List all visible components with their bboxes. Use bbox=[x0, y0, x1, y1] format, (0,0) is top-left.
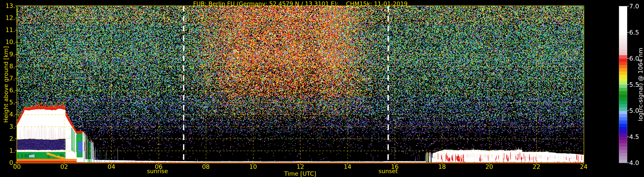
x-axis-title: Time [UTC] bbox=[284, 170, 316, 177]
x-tick-label: 10 bbox=[243, 164, 263, 170]
colorbar-tick-mark bbox=[627, 32, 629, 33]
colorbar-canvas bbox=[619, 6, 627, 163]
x-tick-mark bbox=[442, 163, 442, 164]
x-tick-label: 12 bbox=[291, 164, 310, 170]
x-tick-mark bbox=[536, 163, 537, 164]
colorbar-tick-mark bbox=[627, 58, 629, 59]
y-tick-label: 2. bbox=[0, 136, 15, 142]
y-tick-label: 13. bbox=[0, 3, 15, 9]
y-tick-mark bbox=[15, 18, 17, 18]
colorbar-tick-mark bbox=[627, 110, 629, 111]
y-tick-mark bbox=[15, 126, 17, 127]
x-tick-label: 20 bbox=[480, 164, 499, 170]
y-tick-label: 10. bbox=[0, 39, 15, 45]
y-tick-mark bbox=[15, 102, 17, 103]
y-tick-label: 1. bbox=[0, 148, 15, 154]
colorbar-title: log(rc-signal) @ 1064 nm bbox=[637, 48, 644, 121]
y-tick-label: 3. bbox=[0, 124, 15, 130]
x-tick-mark bbox=[489, 163, 490, 164]
heatmap-canvas bbox=[17, 6, 584, 163]
x-tick-label: 22 bbox=[527, 164, 546, 170]
y-tick-mark bbox=[15, 54, 17, 55]
colorbar-tick-label: 7.0 bbox=[629, 3, 644, 10]
y-tick-mark bbox=[15, 114, 17, 115]
x-tick-label: 18 bbox=[432, 164, 452, 170]
x-tick-mark bbox=[158, 163, 159, 164]
x-tick-label: 14 bbox=[338, 164, 357, 170]
y-tick-mark bbox=[15, 150, 17, 151]
colorbar-tick-label: 4.0 bbox=[629, 160, 644, 166]
y-tick-mark bbox=[15, 6, 17, 6]
sunset-label: sunset bbox=[378, 168, 398, 174]
plot-area bbox=[16, 6, 584, 163]
colorbar bbox=[619, 6, 627, 163]
x-tick-mark bbox=[584, 163, 584, 164]
y-tick-mark bbox=[15, 138, 17, 139]
sunrise-label: sunrise bbox=[147, 168, 168, 174]
x-tick-label: 08 bbox=[196, 164, 216, 170]
x-tick-mark bbox=[206, 163, 206, 164]
x-tick-label: 24 bbox=[574, 164, 593, 170]
x-tick-mark bbox=[300, 163, 301, 164]
x-tick-mark bbox=[348, 163, 348, 164]
x-tick-mark bbox=[395, 163, 395, 164]
x-tick-mark bbox=[17, 163, 17, 164]
colorbar-tick-label: 6.5 bbox=[629, 30, 644, 36]
y-tick-label: 11. bbox=[0, 27, 15, 33]
y-tick-mark bbox=[15, 66, 17, 67]
y-tick-mark bbox=[15, 30, 17, 30]
y-tick-label: 12. bbox=[0, 15, 15, 21]
colorbar-tick-mark bbox=[627, 137, 629, 137]
colorbar-tick-label: 4.5 bbox=[629, 134, 644, 140]
x-tick-label: 00 bbox=[7, 164, 26, 170]
y-tick-mark bbox=[15, 78, 17, 79]
x-tick-mark bbox=[111, 163, 112, 164]
x-tick-mark bbox=[253, 163, 253, 164]
y-tick-mark bbox=[15, 42, 17, 42]
x-tick-mark bbox=[64, 163, 64, 164]
x-tick-label: 02 bbox=[54, 164, 74, 170]
y-axis-title: Height above ground [km] bbox=[2, 46, 9, 123]
ceilometer-quicklook: FUB: Berlin FU (Germany; 52.4579 N / 13.… bbox=[0, 0, 644, 177]
colorbar-tick-mark bbox=[627, 6, 629, 7]
colorbar-tick-mark bbox=[627, 163, 629, 163]
y-tick-mark bbox=[15, 90, 17, 91]
x-tick-label: 04 bbox=[102, 164, 121, 170]
colorbar-tick-mark bbox=[627, 84, 629, 85]
